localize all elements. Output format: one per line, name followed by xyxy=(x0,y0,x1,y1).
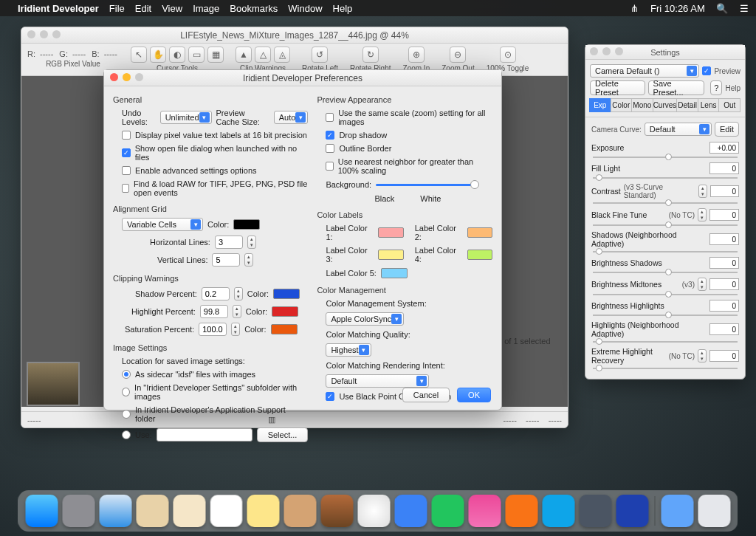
cms-select[interactable]: Apple ColorSync xyxy=(326,312,404,326)
setting-stepper[interactable]: ▴▾ xyxy=(698,349,707,363)
dock-safari-icon[interactable] xyxy=(100,495,132,527)
dock-facetime-icon[interactable] xyxy=(432,495,464,527)
background-slider[interactable] xyxy=(376,179,479,190)
nearest-neighbor-checkbox[interactable] xyxy=(326,162,333,171)
ok-button[interactable]: OK xyxy=(457,388,491,402)
label1-swatch[interactable] xyxy=(378,227,403,238)
dock-ibooks-icon[interactable] xyxy=(506,495,538,527)
dock-maps-icon[interactable] xyxy=(321,495,354,527)
saturation-pct-input[interactable] xyxy=(199,323,227,336)
drop-shadow-checkbox[interactable]: ✓ xyxy=(326,131,334,140)
dock-reminders-icon[interactable] xyxy=(284,495,317,527)
cursor-hand-icon[interactable]: ✋ xyxy=(150,47,166,63)
save-preset-button[interactable]: Save Preset... xyxy=(648,80,705,95)
menu-image[interactable]: Image xyxy=(193,3,219,14)
menu-file[interactable]: File xyxy=(109,3,125,14)
quality-select[interactable]: Highest xyxy=(326,343,371,357)
dock-mail-icon[interactable] xyxy=(137,495,169,527)
dock-sysprefs-icon[interactable] xyxy=(580,495,612,527)
hlines-input[interactable] xyxy=(215,236,243,249)
bpc-checkbox[interactable]: ✓ xyxy=(326,392,334,401)
outline-border-checkbox[interactable] xyxy=(326,144,334,153)
label3-swatch[interactable] xyxy=(378,250,403,260)
dock-launchpad-icon[interactable] xyxy=(63,495,95,527)
app-menu[interactable]: Iridient Developer xyxy=(18,3,99,14)
setting-value[interactable]: 0 xyxy=(709,323,739,335)
dock-contacts-icon[interactable] xyxy=(173,495,206,527)
opt-openfile-checkbox[interactable]: ✓ xyxy=(122,148,131,157)
zoom-in-icon[interactable]: ⊕ xyxy=(408,47,425,63)
label2-swatch[interactable] xyxy=(467,227,492,238)
cursor-eyedrop-icon[interactable]: ◐ xyxy=(169,47,185,63)
shadow-color-swatch[interactable] xyxy=(273,289,300,299)
menu-view[interactable]: View xyxy=(162,3,182,14)
cursor-crop-icon[interactable]: ▭ xyxy=(188,47,205,63)
preview-checkbox[interactable]: ✓ xyxy=(702,66,711,75)
delete-preset-button[interactable]: Delete Preset xyxy=(590,80,645,95)
setting-value[interactable]: +0.00 xyxy=(709,142,739,154)
dock-finder-icon[interactable] xyxy=(26,495,58,527)
dock-messages-icon[interactable] xyxy=(395,495,427,527)
loc-custom-input[interactable] xyxy=(157,428,252,441)
loc-appsupport-radio[interactable] xyxy=(122,410,131,419)
setting-value[interactable]: 0 xyxy=(709,257,739,269)
highlight-color-swatch[interactable] xyxy=(272,306,298,317)
prefs-traffic[interactable] xyxy=(110,73,143,81)
dock-photos-icon[interactable] xyxy=(358,495,391,527)
cache-size-select[interactable]: Auto xyxy=(274,111,309,124)
tab-exp[interactable]: Exp xyxy=(589,98,611,112)
wifi-icon[interactable]: ⋔ xyxy=(630,3,639,14)
opt-16bit-checkbox[interactable] xyxy=(122,131,131,140)
setting-slider[interactable] xyxy=(593,174,738,182)
select-folder-button[interactable]: Select... xyxy=(257,427,309,442)
tab-detail[interactable]: Detail xyxy=(676,98,698,112)
saturation-color-swatch[interactable] xyxy=(271,324,298,334)
tab-lens[interactable]: Lens xyxy=(698,98,720,112)
opt-findraw-checkbox[interactable] xyxy=(122,184,129,193)
shadow-pct-input[interactable] xyxy=(202,287,230,300)
setting-slider[interactable] xyxy=(593,221,738,229)
loc-subfolder-radio[interactable] xyxy=(122,388,130,396)
opt-advanced-checkbox[interactable] xyxy=(122,166,131,175)
clip-shadow-icon[interactable]: ▲ xyxy=(236,47,252,63)
notification-icon[interactable]: ☰ xyxy=(740,3,749,14)
grid-type-select[interactable]: Variable Cells xyxy=(122,218,203,231)
label5-swatch[interactable] xyxy=(381,268,408,278)
setting-slider[interactable] xyxy=(593,365,738,372)
dock-iridient-icon[interactable] xyxy=(616,495,649,527)
vlines-stepper[interactable]: ▴▾ xyxy=(244,253,253,267)
hlines-stepper[interactable]: ▴▾ xyxy=(247,236,256,249)
main-titlebar[interactable]: LIFEstyle_News_MiXture_Images_1287__446.… xyxy=(21,27,568,44)
menu-help[interactable]: Help xyxy=(333,3,353,14)
traffic-lights[interactable] xyxy=(27,30,61,38)
tab-out[interactable]: Out xyxy=(718,98,740,112)
cursor-arrow-icon[interactable]: ↖ xyxy=(131,47,147,63)
setting-value[interactable]: 0 xyxy=(709,162,739,174)
rotate-right-icon[interactable]: ↻ xyxy=(362,47,379,63)
zoom-out-icon[interactable]: ⊖ xyxy=(450,47,466,63)
setting-slider[interactable] xyxy=(593,154,738,161)
setting-slider[interactable] xyxy=(593,338,738,346)
camera-curve-select[interactable]: Default xyxy=(645,123,712,136)
dock-downloads-icon[interactable] xyxy=(662,495,694,527)
setting-value[interactable]: 0 xyxy=(709,300,739,312)
clip-highlight-icon[interactable]: △ xyxy=(255,47,271,63)
thumbnail[interactable] xyxy=(27,362,80,406)
setting-value[interactable]: 0 xyxy=(709,278,739,290)
setting-stepper[interactable]: ▴▾ xyxy=(698,208,707,221)
help-icon[interactable]: ? xyxy=(710,80,722,95)
highlight-pct-input[interactable] xyxy=(200,305,228,318)
tab-curves[interactable]: Curves xyxy=(653,98,678,112)
dock-trash-icon[interactable] xyxy=(698,495,731,527)
clip-sat-icon[interactable]: ◬ xyxy=(274,47,290,63)
setting-value[interactable]: 0 xyxy=(709,209,739,221)
dock-notes-icon[interactable] xyxy=(247,495,280,527)
dock-itunes-icon[interactable] xyxy=(469,495,501,527)
spotlight-icon[interactable]: 🔍 xyxy=(716,3,728,14)
dock-calendar-icon[interactable] xyxy=(210,495,243,527)
menu-bookmarks[interactable]: Bookmarks xyxy=(230,3,278,14)
setting-value[interactable]: 0 xyxy=(710,185,739,197)
setting-stepper[interactable]: ▴▾ xyxy=(698,185,707,198)
vlines-input[interactable] xyxy=(212,253,240,267)
cursor-grid-icon[interactable]: ▦ xyxy=(207,47,224,63)
